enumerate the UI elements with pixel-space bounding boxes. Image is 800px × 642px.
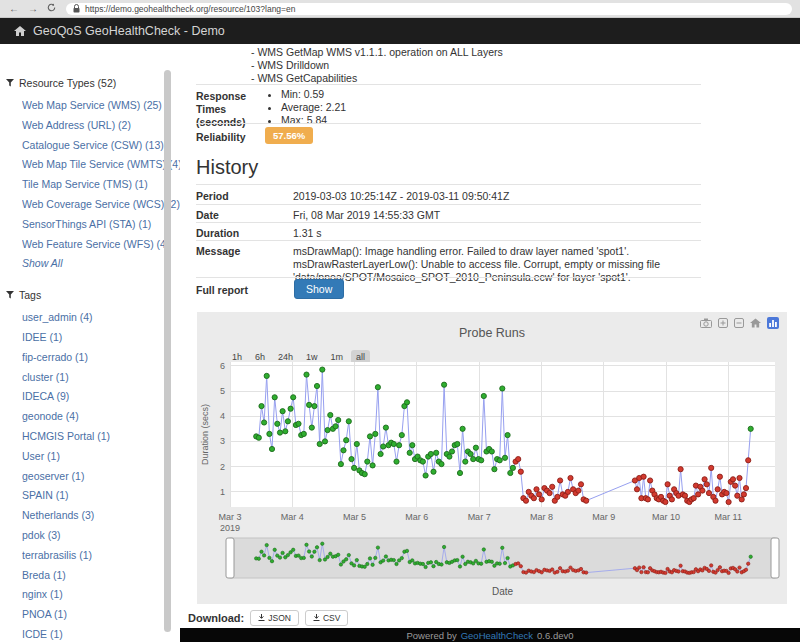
probe-point-fail[interactable]: [700, 488, 705, 493]
probe-point-fail[interactable]: [550, 484, 555, 489]
probe-point-ok[interactable]: [259, 404, 264, 409]
probe-point-fail[interactable]: [648, 478, 653, 483]
probe-point-fail[interactable]: [565, 489, 570, 494]
probe-point-ok[interactable]: [296, 421, 301, 426]
probe-point-fail[interactable]: [739, 497, 744, 502]
probe-point-ok[interactable]: [309, 425, 314, 430]
probe-point-fail[interactable]: [715, 487, 720, 492]
probe-point-fail[interactable]: [713, 498, 718, 503]
probe-point-ok[interactable]: [365, 459, 370, 464]
sidebar-tag-link[interactable]: Netherlands (3): [22, 509, 94, 521]
probe-point-ok[interactable]: [269, 446, 274, 451]
probe-point-fail[interactable]: [523, 498, 528, 503]
probe-point-ok[interactable]: [500, 386, 505, 391]
probe-point-ok[interactable]: [399, 433, 404, 438]
range-slider-handle-right[interactable]: [771, 538, 779, 578]
probe-point-ok[interactable]: [314, 383, 319, 388]
probe-point-ok[interactable]: [275, 421, 280, 426]
probe-point-fail[interactable]: [691, 496, 696, 501]
probe-point-fail[interactable]: [706, 491, 711, 496]
probe-point-ok[interactable]: [442, 382, 447, 387]
download-csv-button[interactable]: CSV: [305, 610, 348, 626]
probe-point-fail[interactable]: [645, 497, 650, 502]
sidebar-resource-type-link[interactable]: Web Map Tile Service (WMTS) (4): [22, 158, 180, 170]
probe-point-fail[interactable]: [702, 477, 707, 482]
probe-point-ok[interactable]: [407, 450, 412, 455]
probe-point-ok[interactable]: [325, 428, 330, 433]
sidebar-tag-link[interactable]: cluster (1): [22, 371, 69, 383]
probe-point-ok[interactable]: [391, 441, 396, 446]
probe-point-ok[interactable]: [280, 409, 285, 414]
probe-point-ok[interactable]: [748, 426, 753, 431]
probe-point-fail[interactable]: [743, 486, 748, 491]
probe-point-fail[interactable]: [730, 477, 735, 482]
probe-point-ok[interactable]: [471, 457, 476, 462]
probe-point-fail[interactable]: [678, 467, 683, 472]
sidebar-show-all-link[interactable]: Show All: [22, 257, 62, 269]
probe-point-ok[interactable]: [404, 400, 409, 405]
probe-point-ok[interactable]: [344, 438, 349, 443]
navbar-brand[interactable]: GeoQoS GeoHealthCheck - Demo: [14, 24, 225, 38]
probe-point-fail[interactable]: [576, 488, 581, 493]
probe-point-ok[interactable]: [510, 465, 515, 470]
sidebar-tag-link[interactable]: geonode (4): [22, 410, 79, 422]
probe-point-ok[interactable]: [264, 373, 269, 378]
probe-point-ok[interactable]: [338, 462, 343, 467]
probe-point-fail[interactable]: [735, 493, 740, 498]
probe-point-fail[interactable]: [578, 482, 583, 487]
probe-point-ok[interactable]: [333, 424, 338, 429]
probe-point-fail[interactable]: [741, 492, 746, 497]
sidebar-tag-link[interactable]: IDECA (9): [22, 390, 69, 402]
probe-point-ok[interactable]: [285, 419, 290, 424]
sidebar-tag-link[interactable]: fip-cerrado (1): [22, 351, 88, 363]
probe-point-ok[interactable]: [304, 372, 309, 377]
probe-point-ok[interactable]: [375, 385, 380, 390]
range-slider-handle-left[interactable]: [226, 538, 234, 578]
probe-point-fail[interactable]: [641, 474, 646, 479]
probe-point-ok[interactable]: [468, 451, 473, 456]
probe-point-ok[interactable]: [489, 449, 494, 454]
probe-point-fail[interactable]: [682, 493, 687, 498]
probe-point-fail[interactable]: [737, 475, 742, 480]
probe-point-ok[interactable]: [328, 412, 333, 417]
probe-point-ok[interactable]: [463, 459, 468, 464]
sidebar-resource-type-link[interactable]: Web Feature Service (WFS) (4): [22, 238, 169, 250]
probe-point-fail[interactable]: [704, 482, 709, 487]
probe-point-ok[interactable]: [272, 395, 277, 400]
probe-point-fail[interactable]: [568, 475, 573, 480]
probe-point-fail[interactable]: [724, 491, 729, 496]
sidebar-resource-type-link[interactable]: Catalogue Service (CSW) (13): [22, 139, 164, 151]
probe-point-ok[interactable]: [492, 467, 497, 472]
probe-point-fail[interactable]: [555, 494, 560, 499]
probe-point-fail[interactable]: [746, 458, 751, 463]
probe-point-ok[interactable]: [431, 469, 436, 474]
probe-point-ok[interactable]: [455, 441, 460, 446]
probe-point-ok[interactable]: [362, 472, 367, 477]
probe-point-ok[interactable]: [381, 444, 386, 449]
probe-point-ok[interactable]: [397, 443, 402, 448]
probe-point-fail[interactable]: [584, 498, 589, 503]
sidebar-tag-link[interactable]: geoserver (1): [22, 470, 84, 482]
show-report-button[interactable]: Show: [294, 279, 344, 299]
probe-point-ok[interactable]: [434, 450, 439, 455]
probe-point-fail[interactable]: [726, 499, 731, 504]
download-json-button[interactable]: JSON: [250, 610, 299, 626]
probe-point-fail[interactable]: [558, 478, 563, 483]
probe-point-ok[interactable]: [341, 448, 346, 453]
probe-point-fail[interactable]: [663, 499, 668, 504]
probe-point-fail[interactable]: [696, 492, 701, 497]
probe-point-ok[interactable]: [336, 417, 341, 422]
probe-point-ok[interactable]: [262, 420, 267, 425]
probe-point-ok[interactable]: [473, 445, 478, 450]
probe-point-ok[interactable]: [352, 465, 357, 470]
probe-point-ok[interactable]: [428, 451, 433, 456]
probe-point-fail[interactable]: [547, 491, 552, 496]
probe-point-ok[interactable]: [256, 435, 261, 440]
probe-point-ok[interactable]: [373, 431, 378, 436]
probe-point-ok[interactable]: [502, 455, 507, 460]
probe-point-ok[interactable]: [497, 458, 502, 463]
sidebar-resource-type-link[interactable]: Web Map Service (WMS) (25): [22, 99, 162, 111]
probe-point-ok[interactable]: [420, 459, 425, 464]
probe-point-ok[interactable]: [505, 433, 510, 438]
sidebar-tag-link[interactable]: SPAIN (1): [22, 489, 68, 501]
